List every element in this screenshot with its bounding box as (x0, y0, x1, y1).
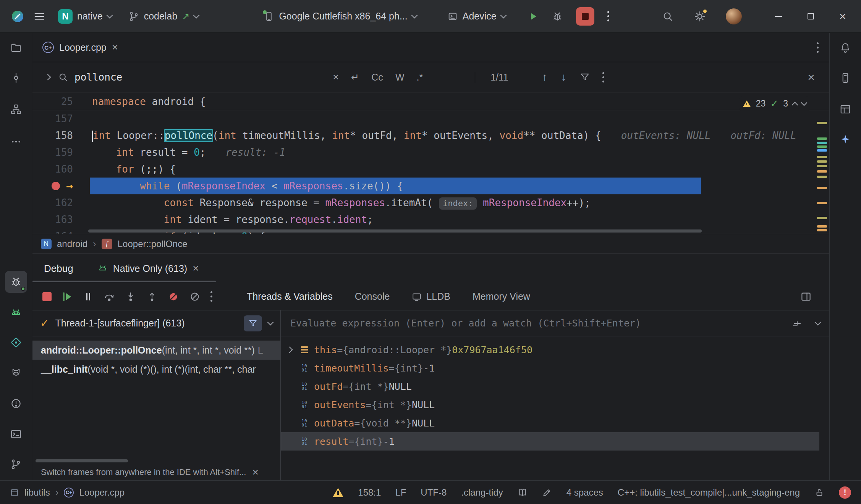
search-everywhere-icon[interactable] (662, 10, 674, 23)
caret-position[interactable]: 158:1 (358, 487, 381, 498)
variable-row[interactable]: 1001outData = {void **} NULL (281, 414, 819, 432)
close-button[interactable]: × (835, 10, 850, 23)
code-line-163[interactable]: 163 int ident = response.request.ident; (32, 211, 829, 228)
more-tools-icon[interactable] (10, 136, 22, 147)
emulator-tool-icon[interactable] (10, 307, 22, 318)
error-stripe-mark[interactable] (817, 149, 827, 152)
search-more-icon[interactable] (596, 72, 610, 82)
error-stripe-mark[interactable] (817, 156, 827, 158)
editor-horizontal-scrollbar[interactable] (88, 229, 702, 233)
code-line-162[interactable]: 162 const Response& response = mResponse… (32, 194, 829, 211)
device-selector[interactable]: Google Cuttlefish x86_64 ph... (260, 11, 420, 22)
code-line-161[interactable]: → while (mResponseIndex < mResponses.siz… (32, 178, 829, 194)
project-tool-icon[interactable] (10, 42, 22, 53)
commit-tool-icon[interactable] (10, 72, 22, 84)
code-line-160[interactable]: 160 for (;;) { (32, 161, 829, 178)
code-line-157[interactable]: 157 (32, 110, 829, 127)
gemini-tool-icon[interactable] (840, 134, 851, 145)
debug-session-tab[interactable]: Native Only (613) × (98, 263, 199, 274)
search-input[interactable]: pollonce (74, 71, 327, 83)
error-stripe-mark[interactable] (817, 229, 827, 231)
error-stripe-mark[interactable] (817, 187, 827, 189)
expand-chevron-icon[interactable] (281, 347, 298, 352)
unlock-icon[interactable] (814, 488, 824, 498)
tab-threads-variables[interactable]: Threads & Variables (247, 291, 333, 302)
debug-button[interactable] (552, 11, 563, 22)
breadcrumb-namespace[interactable]: android (57, 239, 87, 249)
settings-button[interactable] (694, 10, 706, 23)
error-stripe-mark[interactable] (817, 165, 827, 167)
frames-horizontal-scrollbar[interactable] (36, 459, 128, 462)
gutter-163[interactable]: 163 (32, 211, 90, 228)
prev-problem-icon[interactable] (792, 102, 798, 108)
error-stripe-mark[interactable] (817, 142, 827, 144)
tab-memory-view[interactable]: Memory View (473, 291, 530, 302)
status-module[interactable]: libutils (24, 487, 50, 498)
indent-setting[interactable]: 4 spaces (566, 487, 603, 498)
error-stripe-mark[interactable] (817, 176, 827, 178)
step-over-icon[interactable] (104, 291, 115, 302)
mute-breakpoints-icon[interactable] (168, 291, 179, 302)
variable-row[interactable]: 1001timeoutMillis = {int} -1 (281, 359, 819, 377)
variable-row[interactable]: 1001outEvents = {int *} NULL (281, 396, 819, 414)
stack-frame-row[interactable]: __libc_init(void *, void (*)(), int (*)(… (32, 360, 280, 379)
code-line-25[interactable]: 25namespace android { (32, 93, 829, 110)
maximize-button[interactable] (803, 13, 818, 19)
error-stripe-mark[interactable] (817, 225, 827, 228)
search-filter-icon[interactable] (573, 72, 596, 82)
app-quality-insights-icon[interactable] (10, 337, 22, 348)
version-control-tool-icon[interactable] (10, 459, 22, 470)
gutter-164[interactable]: 164 (32, 228, 90, 234)
error-stripe-mark[interactable] (817, 160, 827, 163)
warning-triangle-icon[interactable] (333, 488, 343, 497)
project-selector[interactable]: N native (54, 9, 116, 24)
breadcrumb-function[interactable]: Looper::pollOnce (118, 239, 188, 249)
resume-icon[interactable] (62, 291, 73, 302)
gutter-159[interactable]: 159 (32, 144, 90, 161)
tab-console[interactable]: Console (355, 291, 390, 302)
words-toggle[interactable]: W (389, 72, 411, 83)
vcs-branch-selector[interactable]: codelab ↗ (125, 11, 203, 22)
stop-button[interactable] (576, 7, 594, 26)
variable-row[interactable]: this = {android::Looper *} 0x7967aa146f5… (281, 341, 819, 359)
thread-selector[interactable]: ✓ Thread-1-[surfaceflinger] (613) (32, 310, 280, 336)
status-file[interactable]: Looper.cpp (79, 487, 125, 498)
close-search-icon[interactable]: × (808, 71, 822, 83)
minimize-button[interactable] (771, 16, 786, 17)
editor-tab-looper[interactable]: C+ Looper.cpp × (32, 33, 128, 62)
error-notification-icon[interactable]: ! (839, 486, 851, 499)
tab-lldb[interactable]: LLDB (412, 291, 450, 302)
breakpoint-icon[interactable] (52, 182, 60, 190)
newline-toggle-icon[interactable]: ↵ (345, 72, 365, 83)
breakpoint-options-icon[interactable] (189, 291, 201, 302)
debug-tool-icon-active[interactable] (5, 271, 27, 293)
run-button[interactable] (527, 11, 539, 22)
frames-filter-button[interactable] (244, 315, 262, 331)
expand-search-icon[interactable] (45, 74, 51, 81)
problems-tool-icon[interactable] (10, 398, 22, 409)
next-match-icon[interactable]: ↓ (554, 71, 573, 83)
reader-mode-icon[interactable] (518, 488, 528, 498)
error-stripe-mark[interactable] (817, 145, 827, 148)
run-configuration-selector[interactable]: Adevice (443, 11, 510, 22)
session-close-icon[interactable]: × (193, 263, 199, 274)
notifications-tool-icon[interactable] (840, 42, 851, 53)
error-stripe-mark[interactable] (817, 202, 827, 204)
clear-search-icon[interactable]: × (327, 72, 345, 82)
variable-row[interactable]: 1001outFd = {int *} NULL (281, 377, 819, 396)
device-manager-tool-icon[interactable] (840, 72, 851, 84)
cpp-configuration[interactable]: C++: libutils_test_compile|...unk_stagin… (618, 487, 800, 498)
error-stripe-mark[interactable] (817, 122, 827, 124)
structure-tool-icon[interactable] (10, 103, 22, 115)
code-line-158[interactable]: 158int Looper::pollOnce(int timeoutMilli… (32, 127, 829, 144)
step-out-icon[interactable] (146, 291, 158, 302)
error-stripe-mark[interactable] (817, 137, 827, 140)
search-history-icon[interactable] (58, 72, 68, 82)
gutter-162[interactable]: 162 (32, 194, 90, 211)
terminal-tool-icon[interactable] (10, 428, 22, 440)
error-stripe-mark[interactable] (817, 217, 827, 219)
line-ending[interactable]: LF (395, 487, 406, 498)
code-line-159[interactable]: 159 int result = 0;result: -1 (32, 144, 829, 161)
next-problem-icon[interactable] (801, 99, 808, 106)
editor-options-icon[interactable] (817, 42, 819, 53)
